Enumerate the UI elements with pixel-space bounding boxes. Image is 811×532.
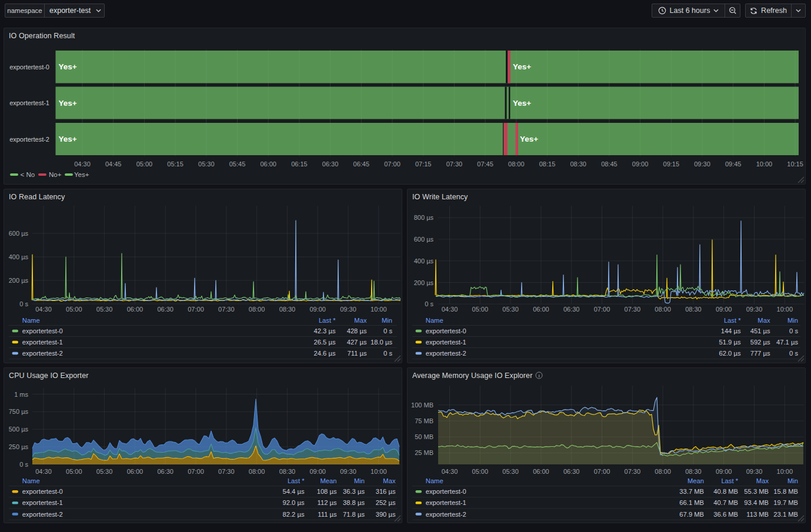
svg-text:09:00: 09:00 [716, 468, 732, 475]
svg-text:09:15: 09:15 [663, 160, 680, 168]
svg-text:112 µs: 112 µs [318, 499, 337, 506]
svg-text:05:30: 05:30 [502, 306, 519, 313]
svg-text:10:00: 10:00 [756, 160, 773, 168]
svg-text:0 s: 0 s [425, 300, 433, 307]
svg-text:Max: Max [757, 317, 770, 324]
svg-text:08:30: 08:30 [685, 468, 702, 475]
svg-text:93.4 MB: 93.4 MB [744, 499, 769, 506]
svg-text:exportertest-1: exportertest-1 [9, 99, 49, 106]
svg-text:08:00: 08:00 [655, 306, 671, 313]
svg-text:exportertest-1: exportertest-1 [426, 499, 466, 506]
svg-text:Yes+: Yes+ [59, 135, 77, 143]
svg-text:0 s: 0 s [383, 350, 392, 357]
svg-text:400 µs: 400 µs [414, 257, 434, 265]
svg-text:05:45: 05:45 [229, 160, 246, 168]
svg-text:62.0 µs: 62.0 µs [719, 350, 741, 357]
svg-text:33.7 MB: 33.7 MB [679, 488, 704, 495]
svg-text:71.8 µs: 71.8 µs [343, 511, 365, 518]
svg-text:75 MB: 75 MB [415, 417, 433, 424]
svg-text:Min: Min [382, 317, 392, 324]
svg-text:04:30: 04:30 [74, 160, 91, 168]
svg-text:Name: Name [22, 477, 40, 484]
svg-text:108 µs: 108 µs [317, 488, 337, 495]
svg-text:Last *: Last * [288, 477, 305, 484]
svg-text:Last *: Last * [724, 317, 741, 324]
svg-text:exportertest-1: exportertest-1 [22, 499, 63, 506]
svg-text:09:30: 09:30 [746, 306, 763, 313]
svg-text:05:00: 05:00 [136, 160, 153, 168]
svg-text:07:00: 07:00 [188, 306, 204, 313]
svg-text:05:00: 05:00 [66, 306, 82, 313]
svg-text:113 MB: 113 MB [746, 511, 769, 518]
svg-text:08:00: 08:00 [249, 306, 265, 313]
svg-text:exportertest-1: exportertest-1 [22, 339, 63, 346]
svg-text:0 s: 0 s [789, 327, 798, 334]
svg-text:144 µs: 144 µs [721, 327, 741, 334]
svg-text:Min: Min [787, 477, 798, 484]
svg-text:250 µs: 250 µs [9, 443, 29, 450]
svg-text:09:00: 09:00 [716, 306, 732, 313]
svg-text:exportertest-0: exportertest-0 [22, 488, 63, 495]
svg-text:100 MB: 100 MB [411, 401, 433, 409]
svg-text:200 µs: 200 µs [414, 279, 434, 286]
svg-text:09:00: 09:00 [632, 160, 649, 168]
svg-text:06:00: 06:00 [533, 306, 549, 313]
svg-text:111 µs: 111 µs [318, 511, 337, 518]
svg-text:Yes+: Yes+ [59, 62, 77, 71]
svg-text:06:45: 06:45 [353, 160, 370, 168]
svg-text:exportertest-2: exportertest-2 [22, 350, 63, 357]
svg-text:08:45: 08:45 [601, 160, 618, 168]
svg-text:08:00: 08:00 [249, 468, 265, 475]
svg-text:07:00: 07:00 [594, 468, 610, 475]
svg-text:05:00: 05:00 [472, 468, 489, 475]
svg-text:Yes+: Yes+ [513, 99, 531, 108]
svg-text:0 s: 0 s [19, 461, 28, 468]
svg-text:0 s: 0 s [383, 327, 392, 334]
svg-text:Yes+: Yes+ [520, 135, 538, 143]
svg-text:24.6 µs: 24.6 µs [314, 350, 336, 357]
svg-text:04:30: 04:30 [442, 306, 458, 313]
svg-text:07:30: 07:30 [218, 468, 235, 475]
svg-text:06:15: 06:15 [291, 160, 308, 168]
svg-text:23.1 MB: 23.1 MB [773, 511, 798, 518]
svg-text:05:30: 05:30 [502, 468, 519, 475]
svg-text:09:30: 09:30 [340, 306, 356, 313]
svg-text:40.7 MB: 40.7 MB [713, 499, 738, 506]
svg-text:10:00: 10:00 [777, 468, 793, 475]
svg-text:42.3 µs: 42.3 µs [314, 327, 336, 334]
svg-text:09:00: 09:00 [309, 468, 326, 475]
svg-text:08:30: 08:30 [570, 160, 586, 168]
svg-text:08:30: 08:30 [279, 468, 296, 475]
svg-text:Name: Name [22, 317, 40, 324]
svg-text:427 µs: 427 µs [347, 339, 367, 346]
svg-text:08:00: 08:00 [655, 468, 671, 475]
svg-text:82.2 µs: 82.2 µs [283, 511, 305, 518]
svg-text:i: i [538, 373, 539, 379]
svg-text:09:00: 09:00 [309, 306, 326, 313]
svg-text:451 µs: 451 µs [750, 327, 770, 334]
svg-text:05:30: 05:30 [96, 306, 113, 313]
svg-text:428 µs: 428 µs [347, 327, 367, 334]
svg-text:06:30: 06:30 [157, 306, 173, 313]
svg-text:Mean: Mean [687, 477, 704, 484]
svg-text:exportertest-1: exportertest-1 [426, 339, 466, 346]
svg-text:07:30: 07:30 [218, 306, 235, 313]
svg-text:06:00: 06:00 [533, 468, 549, 475]
svg-text:55.3 MB: 55.3 MB [744, 488, 769, 495]
svg-text:19.7 MB: 19.7 MB [773, 499, 798, 506]
svg-text:Min: Min [354, 477, 365, 484]
svg-text:800 µs: 800 µs [414, 214, 434, 221]
svg-text:exportertest-0: exportertest-0 [426, 488, 466, 495]
svg-text:200 µs: 200 µs [9, 277, 29, 284]
svg-text:252 µs: 252 µs [376, 499, 396, 506]
svg-text:Yes+: Yes+ [74, 171, 89, 178]
svg-text:06:30: 06:30 [563, 468, 580, 475]
svg-text:10:00: 10:00 [777, 306, 793, 313]
svg-text:06:00: 06:00 [260, 160, 276, 168]
svg-text:54.4 µs: 54.4 µs [283, 488, 305, 495]
svg-text:15.8 MB: 15.8 MB [773, 488, 798, 495]
svg-text:36.3 µs: 36.3 µs [343, 488, 365, 495]
svg-text:07:30: 07:30 [446, 160, 463, 168]
svg-text:Name: Name [426, 477, 443, 484]
svg-text:Last *: Last * [721, 477, 738, 484]
